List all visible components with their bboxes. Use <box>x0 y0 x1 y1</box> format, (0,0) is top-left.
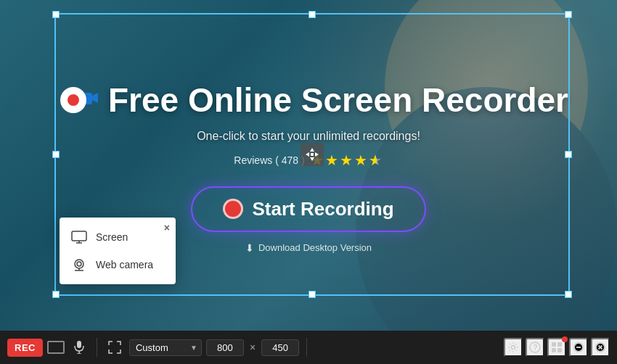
handle-bottom-left[interactable] <box>52 291 60 298</box>
svg-point-12 <box>75 260 83 268</box>
close-popup-button[interactable]: × <box>164 222 170 233</box>
resolution-select-wrapper[interactable]: Custom Full Screen 720p 1080p ▼ <box>129 339 202 356</box>
svg-marker-2 <box>310 148 314 152</box>
screen-thumbnail[interactable] <box>47 341 65 354</box>
microphone-button[interactable] <box>69 337 89 357</box>
svg-point-13 <box>77 262 81 266</box>
height-input[interactable] <box>261 339 299 356</box>
webcam-option[interactable]: Web camera <box>60 251 176 278</box>
svg-rect-22 <box>552 342 556 347</box>
move-icon[interactable] <box>301 143 324 166</box>
minimize-button[interactable] <box>569 338 588 357</box>
handle-right-middle[interactable] <box>565 151 572 158</box>
handle-top-right[interactable] <box>565 11 572 18</box>
width-input[interactable] <box>206 339 244 356</box>
dimension-separator: × <box>250 342 256 353</box>
resolution-select[interactable]: Custom Full Screen 720p 1080p <box>129 339 202 356</box>
svg-marker-3 <box>310 157 314 161</box>
svg-rect-16 <box>77 341 81 348</box>
settings-button[interactable] <box>504 338 523 357</box>
divider-1 <box>97 338 97 357</box>
rec-button[interactable]: REC <box>7 339 43 357</box>
screen-icon <box>71 231 87 244</box>
screen-option[interactable]: Screen <box>60 223 176 251</box>
svg-text:?: ? <box>534 344 538 352</box>
svg-rect-23 <box>557 342 562 347</box>
source-popup: × Screen Web camera <box>60 218 176 284</box>
close-button[interactable] <box>591 338 610 357</box>
handle-bottom-middle[interactable] <box>308 291 316 298</box>
expand-button[interactable] <box>105 337 125 357</box>
notification-badge <box>562 336 568 342</box>
svg-rect-6 <box>311 153 314 156</box>
handle-top-left[interactable] <box>52 11 60 18</box>
handle-left-middle[interactable] <box>52 151 60 158</box>
svg-rect-24 <box>552 348 556 352</box>
help-button[interactable]: ? <box>526 338 544 357</box>
toolbar-right-group: ? <box>504 338 610 357</box>
svg-point-19 <box>512 346 515 349</box>
svg-rect-25 <box>557 348 562 352</box>
svg-marker-4 <box>306 152 309 157</box>
webcam-icon <box>71 258 87 271</box>
screen-label: Screen <box>96 231 128 243</box>
svg-marker-5 <box>315 152 319 157</box>
handle-top-middle[interactable] <box>308 11 316 18</box>
grid-button[interactable] <box>547 338 566 357</box>
handle-bottom-right[interactable] <box>565 291 572 298</box>
svg-rect-9 <box>72 231 86 241</box>
toolbar: REC Custom Full Screen 720p 1080p ▼ × <box>0 331 617 364</box>
divider-2 <box>306 338 307 357</box>
webcam-label: Web camera <box>96 259 153 270</box>
